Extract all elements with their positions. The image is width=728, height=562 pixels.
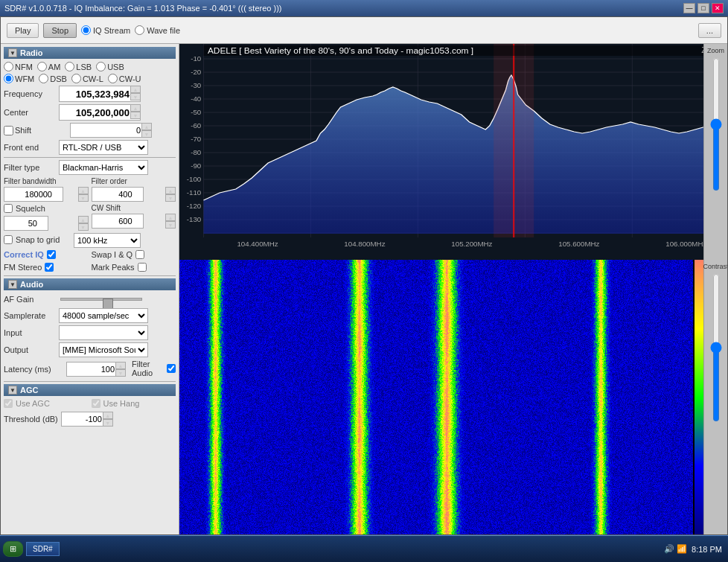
use-hang-checkbox[interactable] — [92, 399, 100, 408]
freq-down-btn[interactable]: ▼ — [130, 93, 141, 100]
bw-up-btn[interactable]: ▲ — [78, 187, 89, 194]
maximize-button[interactable]: □ — [697, 3, 709, 13]
window-controls: — □ ✕ — [683, 3, 724, 13]
cw-shift-input[interactable] — [92, 214, 144, 229]
lat-up-btn[interactable]: ▲ — [115, 362, 126, 369]
contrast-slider[interactable] — [709, 273, 723, 422]
fm-stereo-checkbox[interactable] — [45, 263, 54, 272]
waterfall-canvas — [179, 260, 693, 534]
shift-up-btn[interactable]: ▲ — [141, 123, 152, 130]
frequency-input[interactable] — [59, 86, 141, 102]
shift-checkbox[interactable] — [4, 126, 13, 135]
snap-checkbox[interactable] — [4, 235, 13, 244]
swap-iq-cb: Swap I & Q — [92, 250, 176, 259]
lat-down-btn[interactable]: ▼ — [115, 369, 126, 377]
filter-audio-checkbox[interactable] — [167, 364, 176, 373]
right-panel: -10 -20 -30 -40 -50 -60 -70 -80 -90 -100… — [179, 44, 727, 534]
iq-stream-option[interactable]: IQ Stream — [81, 25, 130, 35]
freq-up-btn[interactable]: ▲ — [130, 86, 141, 93]
waterfall-display[interactable]: Contrast — [179, 260, 727, 534]
play-button[interactable]: Play — [7, 23, 39, 38]
shift-input[interactable] — [70, 123, 152, 138]
filter-bw-input[interactable] — [4, 187, 63, 202]
spectrum-display[interactable]: -10 -20 -30 -40 -50 -60 -70 -80 -90 -100… — [179, 44, 727, 260]
mode-usb[interactable]: USB — [96, 62, 124, 71]
filter-type-row: Filter type Blackman-Harris — [4, 160, 176, 175]
order-up-btn[interactable]: ▲ — [165, 187, 176, 194]
mode-am[interactable]: AM — [37, 62, 61, 71]
contrast-label: Contrast — [703, 263, 728, 270]
svg-text:106.000MHz: 106.000MHz — [665, 240, 706, 248]
audio-section-header: ▼ Audio — [4, 278, 176, 290]
cw-down-btn[interactable]: ▼ — [165, 221, 176, 229]
svg-text:-130: -130 — [187, 216, 201, 223]
use-hang-cb: Use Hang — [92, 399, 176, 408]
output-row: Output [MME] Microsoft Sound — [4, 342, 176, 357]
cw-shift-wrapper: ▲ ▼ — [92, 214, 176, 229]
filter-order-input[interactable] — [92, 187, 144, 202]
use-agc-checkbox[interactable] — [4, 399, 13, 408]
sdr-taskbar-item[interactable]: SDR# — [26, 542, 60, 556]
frequency-row: Frequency ▲ ▼ — [4, 86, 176, 102]
bw-down-btn[interactable]: ▼ — [78, 194, 89, 202]
center-up-btn[interactable]: ▲ — [130, 104, 141, 112]
mode-cwl[interactable]: CW-L — [71, 74, 103, 83]
correct-iq-checkbox[interactable] — [47, 250, 56, 259]
thr-down-btn[interactable]: ▼ — [103, 419, 113, 427]
input-row: Input — [4, 325, 176, 340]
sq-down-btn[interactable]: ▼ — [78, 223, 89, 231]
squelch-checkbox[interactable] — [4, 204, 13, 213]
step-size-select[interactable]: 100 kHz — [74, 233, 141, 248]
mode-dsb[interactable]: DSB — [39, 74, 67, 83]
tray-icons: 🔊 📶 — [664, 544, 687, 554]
mark-peaks-checkbox[interactable] — [138, 263, 147, 272]
filter-order-wrapper: ▲ ▼ — [92, 187, 176, 202]
order-down-btn[interactable]: ▼ — [165, 194, 176, 202]
samplerate-select[interactable]: 48000 sample/sec — [59, 308, 148, 323]
svg-text:-120: -120 — [187, 202, 201, 210]
swap-iq-checkbox[interactable] — [135, 250, 144, 259]
center-down-btn[interactable]: ▼ — [130, 112, 141, 119]
shift-row: Shift ▲ ▼ — [4, 123, 176, 138]
filter-audio-cb: Filter Audio — [132, 360, 176, 377]
mode-wfm[interactable]: WFM — [4, 74, 34, 83]
mode-lsb[interactable]: LSB — [65, 62, 92, 71]
output-select[interactable]: [MME] Microsoft Sound — [59, 342, 148, 357]
start-button[interactable]: ⊞ — [3, 541, 23, 557]
zoom-slider[interactable] — [709, 57, 723, 191]
mode-cwu[interactable]: CW-U — [108, 74, 141, 83]
thr-up-btn[interactable]: ▲ — [103, 412, 113, 419]
stop-button[interactable]: Stop — [43, 23, 77, 38]
minimize-button[interactable]: — — [683, 3, 695, 13]
svg-text:-50: -50 — [191, 109, 201, 116]
snap-cb: Snap to grid — [4, 235, 71, 244]
shift-input-wrapper: ▲ ▼ — [70, 123, 152, 138]
threshold-row: Threshold (dB) ▲ ▼ — [4, 412, 176, 427]
frontend-select[interactable]: RTL-SDR / USB — [59, 140, 148, 155]
input-select[interactable] — [59, 325, 148, 340]
svg-text:105.200MHz: 105.200MHz — [451, 240, 492, 248]
wave-file-option[interactable]: Wave file — [135, 25, 180, 35]
close-button[interactable]: ✕ — [712, 3, 724, 13]
squelch-input[interactable] — [4, 216, 48, 231]
svg-text:-20: -20 — [191, 68, 201, 76]
sq-up-btn[interactable]: ▲ — [78, 216, 89, 223]
filter-type-select[interactable]: Blackman-Harris — [59, 160, 148, 175]
iq-stream-radio[interactable] — [81, 25, 91, 35]
shift-down-btn[interactable]: ▼ — [141, 130, 152, 138]
audio-collapse-btn[interactable]: ▼ — [8, 280, 17, 289]
iq-swap-row: Correct IQ Swap I & Q — [4, 250, 176, 261]
agc-collapse-btn[interactable]: ▼ — [8, 386, 17, 395]
squelch-col: Squelch ▲ ▼ — [4, 204, 89, 231]
cw-up-btn[interactable]: ▲ — [165, 214, 176, 221]
svg-text:-60: -60 — [191, 122, 201, 130]
settings-button[interactable]: ... — [698, 23, 721, 38]
spectrum-svg: -10 -20 -30 -40 -50 -60 -70 -80 -90 -100… — [179, 44, 727, 260]
wave-file-radio[interactable] — [135, 25, 144, 35]
radio-collapse-btn[interactable]: ▼ — [8, 48, 17, 57]
af-gain-slider[interactable] — [60, 293, 142, 305]
center-input[interactable] — [59, 104, 141, 121]
latency-row: Latency (ms) ▲ ▼ Filter Audio — [4, 360, 176, 379]
svg-text:-100: -100 — [187, 176, 201, 183]
mode-nfm[interactable]: NFM — [4, 62, 33, 71]
